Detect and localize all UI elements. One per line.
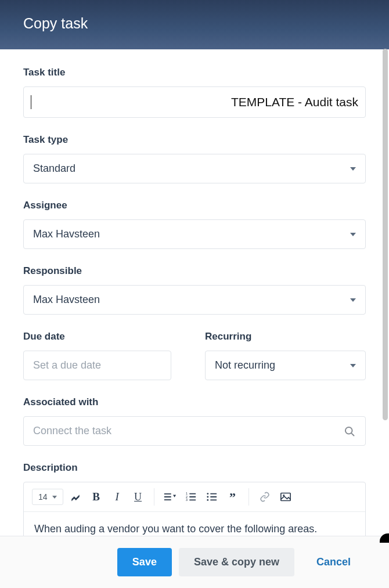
align-button[interactable] [161,488,179,506]
save-copy-new-button[interactable]: Save & copy new [179,548,294,576]
underline-button[interactable]: U [129,488,147,506]
task-type-label: Task type [23,134,366,146]
assignee-field: Assignee Max Havsteen [23,200,366,249]
link-button[interactable] [256,488,273,506]
scrollbar-thumb[interactable] [383,49,388,420]
description-field: Description 14 B I U [23,462,366,536]
recurring-value: Not recurring [215,359,345,371]
unordered-list-button[interactable] [203,488,221,506]
modal-footer: Save Save & copy new Cancel [0,536,389,588]
responsible-select[interactable]: Max Havsteen [23,285,366,315]
search-icon[interactable] [344,425,355,437]
modal-title: Copy task [23,15,366,32]
svg-point-14 [207,493,208,495]
due-date-placeholder: Set a due date [33,359,101,371]
caret-down-icon [350,167,356,171]
task-title-field: Task title TEMPLATE - Audit task [23,67,366,118]
cancel-button[interactable]: Cancel [301,548,366,576]
text-cursor [31,95,31,109]
recurring-field: Recurring Not recurring [205,331,366,380]
responsible-field: Responsible Max Havsteen [23,265,366,315]
task-title-value: TEMPLATE - Audit task [231,95,358,109]
bold-button[interactable]: B [88,488,105,506]
caret-down-icon [52,496,57,499]
associated-label: Associated with [23,396,366,408]
ordered-list-button[interactable]: 123 [182,488,200,506]
associated-input[interactable]: Connect the task [23,416,366,446]
description-label: Description [23,462,366,474]
responsible-label: Responsible [23,265,366,277]
modal-header: Copy task [0,0,389,49]
modal-body: Task title TEMPLATE - Audit task Task ty… [0,49,389,536]
save-button[interactable]: Save [117,548,172,576]
description-textarea[interactable]: When auding a vendor you want to cover t… [24,512,365,536]
due-date-field: Due date Set a due date [23,331,184,380]
task-type-value: Standard [33,163,345,175]
svg-rect-17 [280,493,290,500]
assignee-label: Assignee [23,200,366,211]
task-type-field: Task type Standard [23,134,366,183]
due-date-label: Due date [23,331,184,342]
italic-button[interactable]: I [109,488,126,506]
copy-task-modal: Copy task Task title TEMPLATE - Audit ta… [0,0,389,588]
quote-button[interactable]: ” [224,488,242,506]
rich-text-editor: 14 B I U 123 [23,482,366,536]
recurring-label: Recurring [205,331,366,342]
task-title-label: Task title [23,67,366,78]
task-type-select[interactable]: Standard [23,154,366,183]
font-size-select[interactable]: 14 [32,489,63,505]
caret-down-icon [350,298,356,302]
task-title-input[interactable]: TEMPLATE - Audit task [23,86,366,118]
associated-placeholder: Connect the task [33,425,111,437]
associated-field: Associated with Connect the task [23,396,366,446]
font-size-value: 14 [38,492,48,502]
svg-text:3: 3 [186,498,188,502]
description-text: When auding a vendor you want to cover t… [34,523,317,535]
editor-toolbar: 14 B I U 123 [24,482,365,512]
due-date-input[interactable]: Set a due date [23,351,171,380]
image-button[interactable] [277,488,294,506]
recurring-select[interactable]: Not recurring [205,351,366,380]
toolbar-separator [248,488,249,506]
assignee-value: Max Havsteen [33,228,345,240]
svg-point-15 [207,496,208,498]
svg-point-16 [207,499,208,501]
toolbar-separator [154,488,154,506]
caret-down-icon [350,364,356,367]
clear-format-button[interactable] [67,488,84,506]
responsible-value: Max Havsteen [33,294,345,306]
caret-down-icon [350,233,356,236]
svg-line-1 [351,433,354,435]
assignee-select[interactable]: Max Havsteen [23,219,366,249]
